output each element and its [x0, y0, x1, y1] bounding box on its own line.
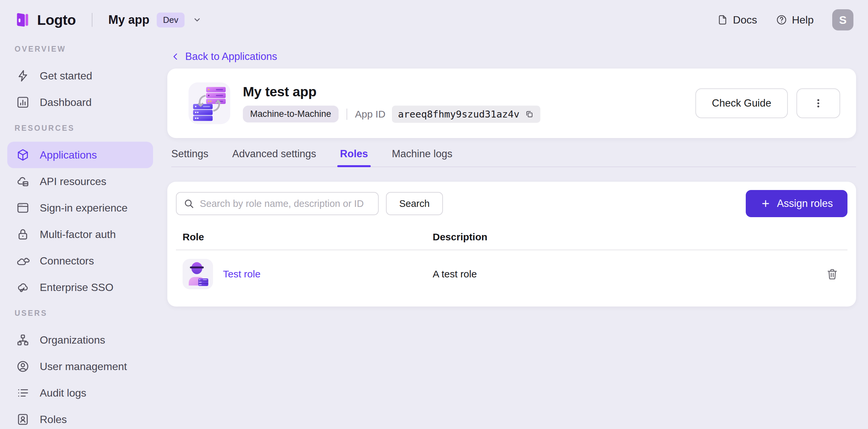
user-circle-icon [16, 360, 30, 373]
cube-icon [16, 148, 30, 162]
sidebar-item-sign-in-experience[interactable]: Sign-in experience [7, 195, 153, 221]
app-meta-row: Machine-to-Machine App ID areeq8fhmy9szu… [243, 106, 540, 123]
sidebar-item-label: Roles [40, 414, 67, 426]
sidebar-item-label: Sign-in experience [40, 202, 128, 214]
app-id-label: App ID [355, 108, 385, 120]
list-icon [16, 386, 30, 400]
machine-to-machine-icon [188, 82, 230, 124]
tab-roles[interactable]: Roles [340, 148, 368, 166]
role-icon [183, 259, 213, 289]
sidebar-item-audit-logs[interactable]: Audit logs [7, 380, 153, 406]
back-to-applications-link[interactable]: Back to Applications [170, 51, 277, 63]
plus-icon [760, 198, 771, 209]
tenant-name: My app [108, 13, 149, 27]
logto-brand[interactable]: Logto [13, 11, 76, 29]
sidebar-item-label: API resources [40, 175, 106, 188]
docs-link[interactable]: Docs [717, 14, 757, 26]
sidebar-item-connectors[interactable]: Connectors [7, 248, 153, 274]
trash-icon [826, 267, 839, 281]
logto-logo-icon [13, 11, 31, 29]
app-id-pill[interactable]: areeq8fhmy9szud31az4v [392, 106, 540, 123]
sidebar: OVERVIEW Get started Dashboard RESOURCES… [0, 40, 162, 429]
role-name-link[interactable]: Test role [223, 268, 260, 280]
topbar-right: Docs Help S [717, 9, 854, 30]
sidebar-item-applications[interactable]: Applications [7, 142, 153, 168]
search-input[interactable] [200, 198, 371, 209]
cloud-key-icon [16, 280, 30, 294]
docs-label: Docs [733, 14, 757, 26]
assign-roles-label: Assign roles [777, 198, 833, 209]
clouds-icon [16, 254, 30, 268]
search-button[interactable]: Search [386, 192, 443, 215]
browser-icon [16, 201, 30, 215]
sidebar-item-get-started[interactable]: Get started [7, 63, 153, 89]
roles-table: Role Description [176, 224, 847, 298]
sidebar-item-api-resources[interactable]: API resources [7, 168, 153, 195]
app-type-badge: Machine-to-Machine [243, 106, 339, 123]
lightning-icon [16, 69, 30, 83]
user-avatar[interactable]: S [832, 9, 854, 30]
roles-toolbar: Search Assign roles [176, 190, 847, 217]
sidebar-section-users: USERS [7, 309, 153, 318]
sidebar-item-label: Audit logs [40, 387, 87, 399]
role-description: A test role [433, 268, 808, 280]
tenant-selector[interactable]: My app Dev [108, 12, 203, 28]
more-options-button[interactable] [797, 88, 840, 118]
check-guide-button[interactable]: Check Guide [695, 88, 788, 118]
sidebar-item-label: Dashboard [40, 96, 92, 108]
tab-bar: Settings Advanced settings Roles Machine… [171, 148, 856, 167]
sidebar-item-label: Get started [40, 70, 92, 82]
tab-advanced-settings[interactable]: Advanced settings [232, 148, 316, 166]
main-content: Back to Applications [162, 40, 868, 429]
kebab-menu-icon [812, 97, 824, 109]
tenant-env-badge: Dev [157, 12, 185, 28]
role-cell: Test role [183, 259, 433, 289]
sidebar-item-label: User management [40, 361, 127, 373]
brand-name: Logto [37, 12, 76, 28]
sidebar-item-label: Enterprise SSO [40, 282, 113, 294]
app-icon [188, 82, 230, 124]
sidebar-section-overview: OVERVIEW [7, 45, 153, 54]
sidebar-section-resources: RESOURCES [7, 124, 153, 133]
cloud-server-icon [16, 174, 30, 188]
sidebar-item-enterprise-sso[interactable]: Enterprise SSO [7, 274, 153, 301]
table-row: Test role A test role [176, 250, 847, 298]
chevron-down-icon [192, 14, 203, 25]
sidebar-item-multi-factor-auth[interactable]: Multi-factor auth [7, 221, 153, 248]
column-header-description: Description [433, 231, 808, 243]
sidebar-item-label: Multi-factor auth [40, 228, 116, 241]
app-id-value: areeq8fhmy9szud31az4v [398, 108, 520, 120]
header-actions: Check Guide [695, 88, 840, 118]
sidebar-item-organizations[interactable]: Organizations [7, 327, 153, 353]
help-label: Help [792, 14, 814, 26]
back-link-label: Back to Applications [185, 51, 277, 63]
topbar-divider [92, 13, 92, 27]
search-icon [183, 198, 194, 209]
search-box[interactable] [176, 192, 379, 215]
sidebar-item-label: Connectors [40, 255, 94, 267]
tab-settings[interactable]: Settings [171, 148, 208, 166]
app-info: My test app Machine-to-Machine App ID ar… [243, 84, 540, 123]
sidebar-item-label: Applications [40, 149, 97, 161]
question-circle-icon [776, 14, 787, 26]
sidebar-item-label: Organizations [40, 334, 105, 346]
table-header-row: Role Description [176, 224, 847, 250]
document-icon [717, 14, 728, 26]
sidebar-item-user-management[interactable]: User management [7, 353, 153, 380]
sidebar-item-roles[interactable]: Roles [7, 406, 153, 429]
tab-machine-logs[interactable]: Machine logs [392, 148, 453, 166]
id-badge-icon [16, 412, 30, 426]
assign-roles-button[interactable]: Assign roles [746, 190, 847, 217]
chevron-left-icon [170, 52, 181, 62]
lock-icon [16, 227, 30, 241]
help-link[interactable]: Help [776, 14, 814, 26]
delete-role-button[interactable] [826, 267, 841, 281]
roles-panel: Search Assign roles Role Description [167, 182, 856, 306]
sidebar-item-dashboard[interactable]: Dashboard [7, 89, 153, 116]
copy-icon[interactable] [524, 109, 534, 119]
m2m-role-icon [183, 259, 213, 289]
org-tree-icon [16, 333, 30, 347]
bar-chart-icon [16, 95, 30, 109]
meta-divider [346, 108, 347, 120]
app-header-card: My test app Machine-to-Machine App ID ar… [167, 68, 856, 138]
